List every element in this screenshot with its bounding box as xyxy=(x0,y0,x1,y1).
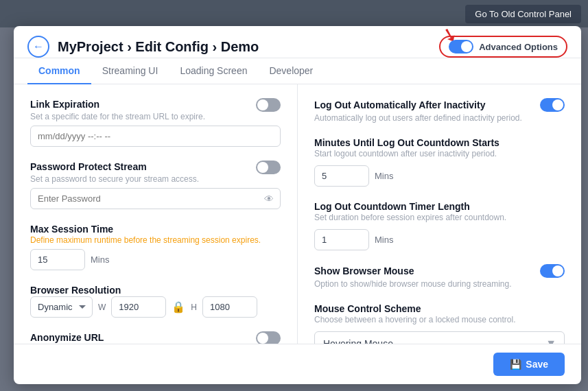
password-protect-toggle[interactable] xyxy=(256,161,281,174)
mouse-control-scheme-description: Choose between a hovering or a locked mo… xyxy=(314,315,565,324)
width-label: W xyxy=(98,303,106,312)
minutes-logout-description: Start logout countdown after user inacti… xyxy=(314,149,565,158)
tabs-bar: Common Streaming UI Loading Screen Devel… xyxy=(14,58,581,84)
main-modal: ← MyProject › Edit Config › Demo ➘ Advan… xyxy=(14,26,581,384)
browser-resolution-group: Browser Resolution Dynamic Custom W 🔒 H xyxy=(30,284,281,318)
height-label: H xyxy=(191,303,197,312)
countdown-timer-input[interactable] xyxy=(314,229,369,250)
mouse-select-wrapper: Hovering Mouse Locked Mouse ▼ xyxy=(314,331,565,344)
old-control-panel-button[interactable]: Go To Old Control Panel xyxy=(465,5,581,23)
show-browser-mouse-toggle[interactable] xyxy=(540,264,565,278)
top-bar: Go To Old Control Panel xyxy=(0,0,588,27)
right-panel: Log Out Automatically After Inactivity A… xyxy=(298,84,581,344)
countdown-timer-label: Log Out Countdown Timer Length xyxy=(314,201,470,212)
mouse-control-scheme-group: Mouse Control Scheme Choose between a ho… xyxy=(314,303,565,344)
mouse-control-scheme-label: Mouse Control Scheme xyxy=(314,303,421,314)
countdown-timer-group: Log Out Countdown Timer Length Set durat… xyxy=(314,200,565,250)
modal-body: Link Expiration Set a specific date for … xyxy=(14,84,581,344)
tab-loading-screen[interactable]: Loading Screen xyxy=(169,58,258,84)
lock-icon: 🔒 xyxy=(172,300,185,313)
link-expiration-group: Link Expiration Set a specific date for … xyxy=(30,98,281,147)
show-browser-mouse-description: Option to show/hide browser mouse during… xyxy=(314,279,565,289)
link-expiration-toggle[interactable] xyxy=(256,98,281,112)
back-button[interactable]: ← xyxy=(27,36,49,58)
save-label: Save xyxy=(526,359,548,370)
minutes-logout-unit: Mins xyxy=(375,171,393,181)
modal-footer: 💾 Save xyxy=(14,344,581,384)
link-expiration-input[interactable] xyxy=(30,126,281,147)
mouse-control-select[interactable]: Hovering Mouse Locked Mouse xyxy=(314,331,565,344)
max-session-time-group: Max Session Time Define maximum runtime … xyxy=(30,223,281,270)
minutes-logout-row: Mins xyxy=(314,165,565,187)
max-session-input[interactable] xyxy=(30,249,85,270)
tab-streaming-ui[interactable]: Streaming UI xyxy=(91,58,169,84)
password-protect-label: Password Protect Stream xyxy=(30,161,147,172)
countdown-timer-unit: Mins xyxy=(375,235,393,245)
advanced-options-toggle[interactable]: Advanced Options xyxy=(439,36,567,58)
anonymize-url-toggle[interactable] xyxy=(256,331,281,344)
minutes-logout-group: Minutes Until Log Out Countdown Starts S… xyxy=(314,137,565,187)
anonymize-url-group: Anonymize URL Replace URL structure with… xyxy=(30,331,281,344)
eye-icon[interactable]: 👁 xyxy=(264,193,274,204)
breadcrumb: MyProject › Edit Config › Demo xyxy=(58,39,259,55)
max-session-time-description: Define maximum runtime before the stream… xyxy=(30,235,281,245)
browser-resolution-label: Browser Resolution xyxy=(30,285,121,296)
max-session-time-label: Max Session Time xyxy=(30,224,113,235)
minutes-logout-input[interactable] xyxy=(314,165,369,187)
max-session-row: Mins xyxy=(30,249,281,270)
link-expiration-description: Set a specific date for the stream URL t… xyxy=(30,112,281,121)
resolution-row: Dynamic Custom W 🔒 H xyxy=(30,296,281,318)
height-input[interactable] xyxy=(202,296,257,318)
logout-inactivity-toggle[interactable] xyxy=(540,98,565,112)
anonymize-url-label: Anonymize URL xyxy=(30,332,104,343)
width-input[interactable] xyxy=(111,296,166,318)
password-input[interactable] xyxy=(30,188,281,209)
show-browser-mouse-label: Show Browser Mouse xyxy=(314,265,414,276)
show-browser-mouse-group: Show Browser Mouse Option to show/hide b… xyxy=(314,264,565,289)
countdown-timer-row: Mins xyxy=(314,229,565,250)
password-protect-description: Set a password to secure your stream acc… xyxy=(30,174,281,184)
password-protect-group: Password Protect Stream Set a password t… xyxy=(30,161,281,209)
tab-common[interactable]: Common xyxy=(27,58,91,84)
left-panel: Link Expiration Set a specific date for … xyxy=(14,84,298,344)
modal-header: ← MyProject › Edit Config › Demo ➘ Advan… xyxy=(14,26,581,58)
password-wrapper: 👁 xyxy=(30,188,281,209)
advanced-options-toggle-switch[interactable] xyxy=(449,40,473,54)
logout-inactivity-group: Log Out Automatically After Inactivity A… xyxy=(314,98,565,123)
countdown-timer-description: Set duration before session expires afte… xyxy=(314,213,565,222)
save-icon: 💾 xyxy=(510,359,521,370)
minutes-logout-label: Minutes Until Log Out Countdown Starts xyxy=(314,137,499,148)
link-expiration-label: Link Expiration xyxy=(30,99,99,110)
tab-developer[interactable]: Developer xyxy=(258,58,324,84)
max-session-unit: Mins xyxy=(91,254,109,265)
advanced-options-label: Advanced Options xyxy=(479,42,558,52)
logout-inactivity-description: Automatically log out users after define… xyxy=(314,113,565,123)
resolution-select[interactable]: Dynamic Custom xyxy=(30,296,93,318)
save-button[interactable]: 💾 Save xyxy=(493,353,565,376)
logout-inactivity-label: Log Out Automatically After Inactivity xyxy=(314,99,485,110)
